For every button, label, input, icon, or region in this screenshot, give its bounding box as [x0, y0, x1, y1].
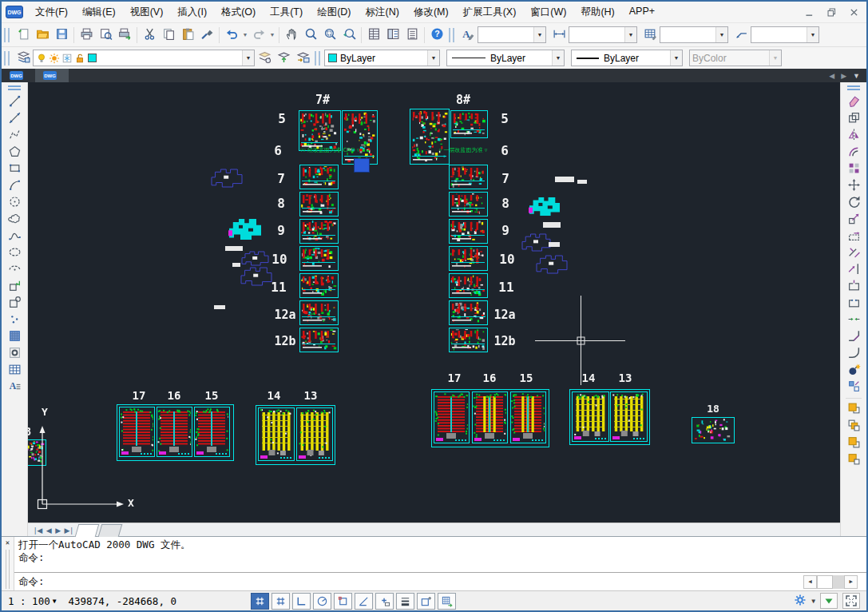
- extend-button[interactable]: [843, 261, 864, 278]
- toggle-osnap[interactable]: [334, 593, 352, 610]
- print-button[interactable]: [77, 26, 96, 45]
- scale-dropdown-icon[interactable]: ▼: [53, 598, 57, 605]
- undo-button[interactable]: [222, 26, 241, 45]
- redo-dropdown-icon[interactable]: ▼: [268, 32, 276, 38]
- scroll-left-icon[interactable]: ◀: [803, 575, 817, 589]
- chevron-down-icon[interactable]: ▼: [769, 50, 781, 66]
- freeze-icon[interactable]: [61, 53, 73, 64]
- app-logo-icon[interactable]: DWG: [6, 6, 23, 18]
- lineweight-combo[interactable]: ByLayer▼: [571, 50, 683, 66]
- hatch-button[interactable]: [4, 328, 25, 345]
- close-command-icon[interactable]: ✕: [6, 539, 10, 546]
- chevron-down-icon[interactable]: ▼: [807, 27, 818, 42]
- print-preview-button[interactable]: [96, 26, 115, 45]
- menu-item[interactable]: 修改(M): [406, 6, 456, 19]
- text-style-button[interactable]: A: [458, 26, 478, 45]
- layer-previous-button[interactable]: [293, 49, 312, 68]
- redo-button[interactable]: [249, 26, 268, 45]
- gear-icon[interactable]: [794, 594, 807, 609]
- chevron-down-icon[interactable]: ▼: [242, 50, 254, 66]
- line-button[interactable]: [4, 93, 25, 110]
- layout-tab-模型[interactable]: [75, 524, 100, 537]
- toggle-lwt[interactable]: [396, 593, 414, 610]
- menu-item[interactable]: 插入(I): [170, 6, 214, 19]
- chevron-down-icon[interactable]: ▼: [427, 50, 439, 66]
- menu-item[interactable]: 文件(F): [28, 6, 75, 19]
- table-button[interactable]: [4, 362, 25, 379]
- arc-button[interactable]: [4, 177, 25, 194]
- toolbar-grip[interactable]: [4, 51, 10, 66]
- restore-button[interactable]: [820, 4, 842, 20]
- gear-dropdown-icon[interactable]: ▼: [811, 598, 815, 605]
- make-block-button[interactable]: [4, 295, 25, 312]
- move-button[interactable]: [843, 177, 864, 194]
- break-button[interactable]: [843, 295, 864, 312]
- fillet-button[interactable]: [843, 345, 864, 362]
- cut-button[interactable]: [140, 26, 159, 45]
- dim-style-combo[interactable]: ▼: [569, 26, 637, 43]
- mirror-button[interactable]: [843, 127, 864, 144]
- paste-button[interactable]: [178, 26, 197, 45]
- offset-button[interactable]: [843, 144, 864, 161]
- design-center-button[interactable]: [383, 26, 402, 45]
- toolbar-grip[interactable]: [4, 28, 10, 42]
- command-prompt-row[interactable]: 命令: ◀ ▶: [14, 572, 866, 590]
- chevron-down-icon[interactable]: ▼: [624, 27, 636, 42]
- circle-button[interactable]: [4, 194, 25, 211]
- array-button[interactable]: [843, 161, 864, 177]
- spline-button[interactable]: [4, 228, 25, 244]
- chevron-down-icon[interactable]: ▼: [670, 50, 682, 66]
- mleader-style-combo[interactable]: ▼: [751, 26, 819, 43]
- scale-value[interactable]: 1 : 100: [8, 595, 50, 607]
- match-properties-button[interactable]: [197, 26, 216, 45]
- scroll-track[interactable]: [833, 575, 844, 589]
- chevron-down-icon[interactable]: ▼: [552, 50, 564, 66]
- toolbar-grip[interactable]: [449, 28, 454, 42]
- trim-button[interactable]: [843, 244, 864, 261]
- join-button[interactable]: [843, 312, 864, 328]
- publish-button[interactable]: [115, 26, 134, 45]
- command-history[interactable]: 打开一个AutoCAD 2000 DWG 文件。 命令:: [14, 537, 866, 572]
- scroll-right-icon[interactable]: ▶: [844, 575, 858, 589]
- tab-menu-icon[interactable]: ▼: [853, 72, 860, 80]
- menu-item[interactable]: 窗口(W): [523, 6, 573, 19]
- menu-item[interactable]: 编辑(E): [75, 6, 123, 19]
- toggle-polar[interactable]: [313, 593, 331, 610]
- layer-combo[interactable]: ▼: [33, 50, 255, 66]
- new-button[interactable]: [14, 26, 33, 45]
- command-scrollbar[interactable]: ◀ ▶: [803, 575, 858, 589]
- toggle-qv[interactable]: [438, 593, 456, 610]
- save-button[interactable]: [52, 26, 71, 45]
- dim-style-button[interactable]: [549, 26, 569, 45]
- bulb-icon[interactable]: [36, 53, 47, 64]
- ellipse-button[interactable]: [4, 244, 25, 261]
- menu-item[interactable]: APP+: [622, 6, 662, 19]
- mleader-style-button[interactable]: [731, 26, 751, 45]
- command-splitter[interactable]: [6, 550, 10, 589]
- toggle-dyn[interactable]: [375, 593, 394, 610]
- fullscreen-button[interactable]: [842, 593, 860, 609]
- menu-item[interactable]: 视图(V): [123, 6, 171, 19]
- draworder-above-button[interactable]: [843, 435, 864, 451]
- mtext-button[interactable]: A: [4, 379, 25, 395]
- rectangle-button[interactable]: [4, 161, 25, 177]
- copy-object-button[interactable]: [843, 110, 864, 127]
- toggle-qp[interactable]: [417, 593, 435, 610]
- layer-manager-button[interactable]: [14, 49, 33, 68]
- rotate-button[interactable]: [843, 194, 864, 211]
- explode-button[interactable]: [843, 362, 864, 379]
- point-button[interactable]: [4, 312, 25, 328]
- command-prompt[interactable]: 命令:: [18, 575, 45, 589]
- draworder-back-button[interactable]: [843, 418, 864, 435]
- toolbar-grip[interactable]: [315, 51, 320, 66]
- text-style-combo[interactable]: ▼: [478, 26, 546, 43]
- copy-button[interactable]: [159, 26, 178, 45]
- minimize-button[interactable]: [798, 4, 820, 20]
- toolbar-handle[interactable]: [8, 85, 21, 90]
- zoom-previous-button[interactable]: [339, 26, 359, 45]
- open-button[interactable]: [33, 26, 52, 45]
- prev-tab-icon[interactable]: ◀: [829, 72, 834, 80]
- menu-item[interactable]: 工具(T): [263, 6, 310, 19]
- menu-item[interactable]: 绘图(D): [310, 6, 358, 19]
- zoom-window-button[interactable]: [320, 26, 339, 45]
